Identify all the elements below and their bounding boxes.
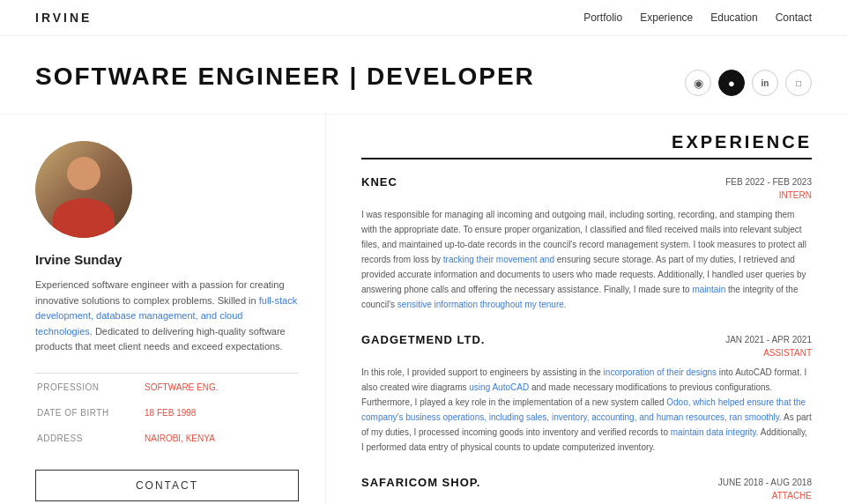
avatar [35, 141, 132, 238]
extra-icon-btn[interactable]: □ [785, 70, 812, 96]
exp-date-safaricom: JUNE 2018 - AUG 2018 [718, 476, 812, 489]
exp-company-gadgetmend: GADGETMEND LTD. [361, 333, 485, 346]
exp-role-knec: INTERN [725, 189, 812, 202]
detail-row-address: ADDRESS NAIROBI, KENYA [37, 426, 297, 450]
github-icon-btn[interactable]: ● [718, 70, 745, 96]
exp-header-knec: KNEC FEB 2022 - FEB 2023 INTERN [361, 175, 812, 202]
exp-meta-safaricom: JUNE 2018 - AUG 2018 ATTACHE [718, 476, 812, 502]
profession-label: PROFESSION [37, 375, 143, 399]
hero-social-icons: ◉ ● in □ [685, 70, 812, 96]
nav-experience[interactable]: Experience [640, 11, 693, 24]
instagram-icon-btn[interactable]: ◉ [685, 70, 711, 96]
exp-header-gadgetmend: GADGETMEND LTD. JAN 2021 - APR 2021 ASSI… [361, 333, 812, 359]
exp-role-gadgetmend: ASSISTANT [725, 346, 812, 359]
address-label: ADDRESS [37, 426, 143, 450]
contact-button[interactable]: CONTACT [35, 470, 299, 501]
hero-section: SOFTWARE ENGINEER | DEVELOPER ◉ ● in □ [0, 36, 847, 115]
address-value: NAIROBI, KENYA [145, 426, 297, 450]
experience-item-gadgetmend: GADGETMEND LTD. JAN 2021 - APR 2021 ASSI… [361, 333, 812, 455]
exp-company-knec: KNEC [361, 175, 397, 189]
main-content: Irvine Sunday Experienced software engin… [0, 115, 847, 504]
hero-title: SOFTWARE ENGINEER | DEVELOPER [35, 63, 535, 91]
exp-role-safaricom: ATTACHE [718, 489, 812, 502]
avatar-image [35, 141, 132, 238]
experience-item-knec: KNEC FEB 2022 - FEB 2023 INTERN I was re… [361, 175, 812, 312]
nav-contact[interactable]: Contact [776, 11, 812, 24]
nav-links: Portfolio Experience Education Contact [583, 11, 812, 24]
linkedin-icon-btn[interactable]: in [752, 70, 778, 96]
exp-meta-gadgetmend: JAN 2021 - APR 2021 ASSISTANT [725, 333, 812, 359]
exp-company-safaricom: SAFARICOM SHOP. [361, 476, 480, 489]
exp-date-gadgetmend: JAN 2021 - APR 2021 [725, 333, 812, 346]
experience-divider [361, 158, 812, 159]
profile-details-table: PROFESSION SOFTWARE ENG. DATE OF BIRTH 1… [35, 373, 299, 452]
exp-header-safaricom: SAFARICOM SHOP. JUNE 2018 - AUG 2018 ATT… [361, 476, 812, 502]
navbar: IRVINE Portfolio Experience Education Co… [0, 0, 847, 36]
exp-desc-knec: I was responsible for managing all incom… [361, 207, 812, 312]
logo: IRVINE [35, 11, 92, 25]
nav-portfolio[interactable]: Portfolio [583, 11, 622, 24]
profile-name: Irvine Sunday [35, 252, 299, 267]
exp-meta-knec: FEB 2022 - FEB 2023 INTERN [725, 175, 812, 202]
experience-item-safaricom: SAFARICOM SHOP. JUNE 2018 - AUG 2018 ATT… [361, 476, 812, 504]
right-panel: EXPERIENCE KNEC FEB 2022 - FEB 2023 INTE… [326, 115, 847, 504]
dob-value: 18 FEB 1998 [145, 401, 297, 425]
exp-desc-gadgetmend: In this role, I provided support to engi… [361, 365, 812, 455]
left-panel: Irvine Sunday Experienced software engin… [0, 115, 326, 504]
dob-label: DATE OF BIRTH [37, 401, 143, 425]
detail-row-dob: DATE OF BIRTH 18 FEB 1998 [37, 401, 297, 425]
nav-education[interactable]: Education [710, 11, 757, 24]
exp-date-knec: FEB 2022 - FEB 2023 [725, 175, 812, 189]
detail-row-profession: PROFESSION SOFTWARE ENG. [37, 375, 297, 399]
experience-section-title: EXPERIENCE [361, 132, 812, 152]
profile-bio: Experienced software engineer with a pas… [35, 278, 299, 355]
profession-value: SOFTWARE ENG. [145, 375, 297, 399]
